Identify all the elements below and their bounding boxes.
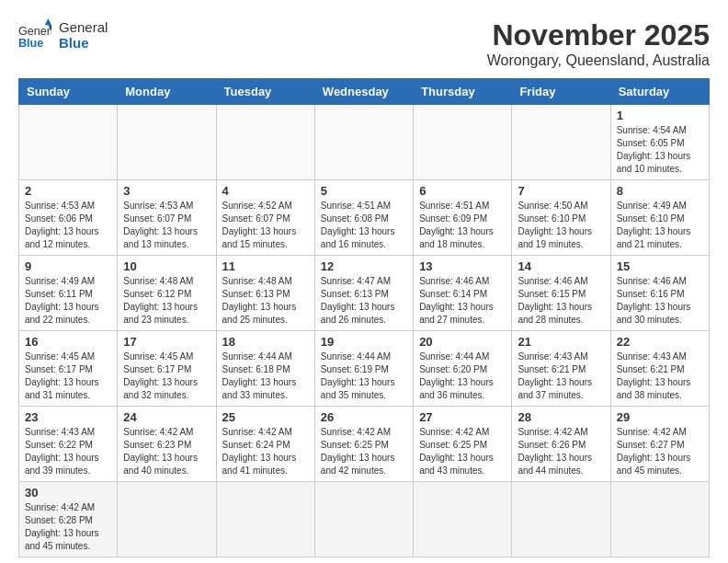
table-row [314,105,413,180]
day-number: 19 [321,335,407,349]
day-info: Sunrise: 4:44 AM Sunset: 6:18 PM Dayligh… [222,350,309,402]
day-number: 6 [419,184,506,198]
table-row [216,105,314,180]
day-info: Sunrise: 4:54 AM Sunset: 6:05 PM Dayligh… [617,124,703,176]
table-row [414,105,512,180]
calendar-table: Sunday Monday Tuesday Wednesday Thursday… [18,78,710,557]
month-title: November 2025 [487,18,710,52]
day-number: 27 [419,410,506,424]
calendar-week-row: 23Sunrise: 4:43 AM Sunset: 6:22 PM Dayli… [19,407,710,482]
day-number: 15 [617,259,703,273]
day-number: 26 [321,410,407,424]
table-row [414,482,512,557]
table-row: 12Sunrise: 4:47 AM Sunset: 6:13 PM Dayli… [314,256,413,331]
table-row: 11Sunrise: 4:48 AM Sunset: 6:13 PM Dayli… [216,256,314,331]
day-number: 28 [518,410,604,424]
calendar-week-row: 1Sunrise: 4:54 AM Sunset: 6:05 PM Daylig… [19,105,710,180]
table-row: 17Sunrise: 4:45 AM Sunset: 6:17 PM Dayli… [118,331,216,407]
day-info: Sunrise: 4:48 AM Sunset: 6:13 PM Dayligh… [222,275,309,327]
table-row: 7Sunrise: 4:50 AM Sunset: 6:10 PM Daylig… [512,180,610,256]
page-header: General Blue General Blue November 2025 … [18,18,710,69]
table-row: 4Sunrise: 4:52 AM Sunset: 6:07 PM Daylig… [216,180,314,256]
day-info: Sunrise: 4:43 AM Sunset: 6:22 PM Dayligh… [25,426,111,477]
day-info: Sunrise: 4:46 AM Sunset: 6:14 PM Dayligh… [419,275,506,327]
header-wednesday: Wednesday [314,79,413,105]
calendar-week-row: 16Sunrise: 4:45 AM Sunset: 6:17 PM Dayli… [19,331,710,407]
day-info: Sunrise: 4:47 AM Sunset: 6:13 PM Dayligh… [321,275,407,327]
table-row: 25Sunrise: 4:42 AM Sunset: 6:24 PM Dayli… [216,407,314,482]
day-number: 17 [123,335,210,349]
day-info: Sunrise: 4:51 AM Sunset: 6:09 PM Dayligh… [419,200,506,251]
header-monday: Monday [118,79,216,105]
table-row: 22Sunrise: 4:43 AM Sunset: 6:21 PM Dayli… [610,331,709,407]
day-info: Sunrise: 4:50 AM Sunset: 6:10 PM Dayligh… [518,200,604,251]
table-row: 26Sunrise: 4:42 AM Sunset: 6:25 PM Dayli… [314,407,413,482]
table-row: 15Sunrise: 4:46 AM Sunset: 6:16 PM Dayli… [610,256,709,331]
logo-general-text: General [59,19,108,35]
day-info: Sunrise: 4:42 AM Sunset: 6:23 PM Dayligh… [123,426,210,477]
logo: General Blue General Blue [18,18,108,52]
header-thursday: Thursday [414,79,512,105]
day-number: 9 [25,259,111,273]
day-number: 24 [123,410,210,424]
table-row: 24Sunrise: 4:42 AM Sunset: 6:23 PM Dayli… [118,407,216,482]
day-number: 4 [222,184,309,198]
day-info: Sunrise: 4:42 AM Sunset: 6:28 PM Dayligh… [25,501,111,553]
location-title: Worongary, Queensland, Australia [487,52,710,69]
table-row: 3Sunrise: 4:53 AM Sunset: 6:07 PM Daylig… [118,180,216,256]
day-info: Sunrise: 4:44 AM Sunset: 6:19 PM Dayligh… [321,350,407,402]
table-row [314,482,413,557]
table-row: 23Sunrise: 4:43 AM Sunset: 6:22 PM Dayli… [19,407,118,482]
day-number: 21 [518,335,604,349]
header-sunday: Sunday [19,79,118,105]
table-row: 19Sunrise: 4:44 AM Sunset: 6:19 PM Dayli… [314,331,413,407]
logo-icon: General Blue [18,18,51,52]
day-info: Sunrise: 4:45 AM Sunset: 6:17 PM Dayligh… [25,350,111,402]
table-row [512,105,610,180]
table-row: 21Sunrise: 4:43 AM Sunset: 6:21 PM Dayli… [512,331,610,407]
title-block: November 2025 Worongary, Queensland, Aus… [487,18,710,69]
day-info: Sunrise: 4:49 AM Sunset: 6:10 PM Dayligh… [617,200,703,251]
table-row: 6Sunrise: 4:51 AM Sunset: 6:09 PM Daylig… [414,180,512,256]
day-number: 13 [419,259,506,273]
calendar-week-row: 9Sunrise: 4:49 AM Sunset: 6:11 PM Daylig… [19,256,710,331]
day-info: Sunrise: 4:45 AM Sunset: 6:17 PM Dayligh… [123,350,210,402]
table-row [512,482,610,557]
table-row: 13Sunrise: 4:46 AM Sunset: 6:14 PM Dayli… [414,256,512,331]
day-number: 18 [222,335,309,349]
day-info: Sunrise: 4:53 AM Sunset: 6:07 PM Dayligh… [123,200,210,251]
day-info: Sunrise: 4:42 AM Sunset: 6:25 PM Dayligh… [321,426,407,477]
day-info: Sunrise: 4:42 AM Sunset: 6:27 PM Dayligh… [617,426,703,477]
table-row: 5Sunrise: 4:51 AM Sunset: 6:08 PM Daylig… [314,180,413,256]
day-number: 10 [123,259,210,273]
calendar-body: 1Sunrise: 4:54 AM Sunset: 6:05 PM Daylig… [19,105,710,557]
svg-marker-2 [45,18,51,25]
table-row: 14Sunrise: 4:46 AM Sunset: 6:15 PM Dayli… [512,256,610,331]
day-info: Sunrise: 4:42 AM Sunset: 6:24 PM Dayligh… [222,426,309,477]
header-saturday: Saturday [610,79,709,105]
table-row: 28Sunrise: 4:42 AM Sunset: 6:26 PM Dayli… [512,407,610,482]
table-row: 1Sunrise: 4:54 AM Sunset: 6:05 PM Daylig… [610,105,709,180]
day-info: Sunrise: 4:52 AM Sunset: 6:07 PM Dayligh… [222,200,309,251]
svg-text:Blue: Blue [18,37,43,50]
day-number: 29 [617,410,703,424]
table-row [19,105,118,180]
day-number: 23 [25,410,111,424]
table-row [118,482,216,557]
day-number: 2 [25,184,111,198]
day-number: 22 [617,335,703,349]
day-number: 14 [518,259,604,273]
calendar-week-row: 2Sunrise: 4:53 AM Sunset: 6:06 PM Daylig… [19,180,710,256]
day-info: Sunrise: 4:43 AM Sunset: 6:21 PM Dayligh… [518,350,604,402]
table-row: 29Sunrise: 4:42 AM Sunset: 6:27 PM Dayli… [610,407,709,482]
calendar-header-row: Sunday Monday Tuesday Wednesday Thursday… [19,79,710,105]
day-number: 30 [25,486,111,500]
day-number: 12 [321,259,407,273]
table-row: 18Sunrise: 4:44 AM Sunset: 6:18 PM Dayli… [216,331,314,407]
day-number: 5 [321,184,407,198]
table-row: 30Sunrise: 4:42 AM Sunset: 6:28 PM Dayli… [19,482,118,557]
table-row: 27Sunrise: 4:42 AM Sunset: 6:25 PM Dayli… [414,407,512,482]
day-info: Sunrise: 4:42 AM Sunset: 6:26 PM Dayligh… [518,426,604,477]
header-tuesday: Tuesday [216,79,314,105]
table-row: 20Sunrise: 4:44 AM Sunset: 6:20 PM Dayli… [414,331,512,407]
